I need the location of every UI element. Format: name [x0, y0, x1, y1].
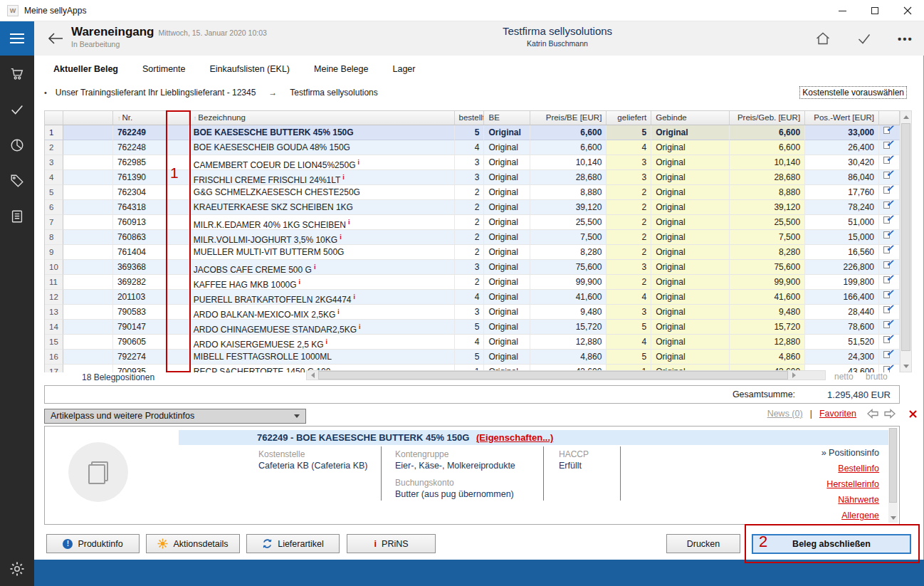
cell-name: MUELLER MULTI-VIT BUTTERM 500G: [189, 245, 455, 260]
price-tag-icon[interactable]: [9, 172, 26, 189]
brutto-toggle[interactable]: brutto: [866, 372, 888, 382]
article-info-icon[interactable]: i: [337, 308, 340, 315]
table-row[interactable]: 11369282KAFFEE HAG MKB 1000Gi2Original99…: [45, 275, 900, 290]
table-row[interactable]: 2762248BOE KAESESCHEIB GOUDA 48% 150G4Or…: [45, 140, 900, 155]
table-row[interactable]: 15790605ARDO KAISERGEMUESE 2,5 KGi4Origi…: [45, 335, 900, 350]
article-info-icon[interactable]: i: [314, 263, 316, 271]
back-button[interactable]: [43, 27, 68, 50]
table-row[interactable]: 5762304G&G SCHMELZKAESESCH CHESTE250G2Or…: [45, 185, 900, 200]
table-vertical-scrollbar[interactable]: [900, 110, 912, 372]
row-checked-icon[interactable]: ✓: [883, 350, 894, 360]
link-bestellinfo[interactable]: Bestellinfo: [821, 461, 879, 476]
produktinfo-button[interactable]: ! Produktinfo: [46, 534, 140, 553]
beleg-abschliessen-button[interactable]: Beleg abschließen: [752, 534, 911, 554]
link-herstellerinfo[interactable]: Herstellerinfo: [821, 476, 879, 492]
table-row[interactable]: 4761390FRISCHLI CREME FRISCHLI 24%1LTi3O…: [45, 170, 900, 185]
row-checked-icon[interactable]: ✓: [883, 200, 894, 210]
column-header-nr[interactable]: ↑Nr.: [113, 111, 189, 125]
tab-meine-belege[interactable]: Meine Belege: [314, 64, 368, 77]
column-header-gebinde[interactable]: Gebinde: [651, 111, 730, 125]
kostenstelle-link[interactable]: Kostenstelle vorauswählen: [799, 86, 907, 99]
row-checked-icon[interactable]: ✓: [883, 245, 894, 255]
table-row[interactable]: 3762985CAMEMBERT COEUR DE LION45%250Gi3O…: [45, 155, 900, 170]
column-header-geliefert[interactable]: geliefert: [607, 111, 651, 125]
tab-lager[interactable]: Lager: [392, 64, 415, 77]
article-info-icon[interactable]: i: [359, 323, 361, 330]
table-row[interactable]: 8760863MILR.VOLLMI-JOGHURT 3,5% 10KGi2Or…: [45, 230, 900, 245]
table-row[interactable]: 12201103PUERELL BRATKARTOFFELN 2KG4474i4…: [45, 290, 900, 305]
column-header-iconcol[interactable]: [63, 111, 113, 125]
table-row[interactable]: 7760913MILR.K.EDAMER 40% 1KG SCHEIBENi2O…: [45, 215, 900, 230]
prins-button[interactable]: i PRiNS: [347, 534, 436, 553]
article-info-icon[interactable]: i: [299, 278, 301, 286]
next-arrow-icon[interactable]: [883, 409, 896, 419]
pie-chart-icon[interactable]: [9, 137, 26, 154]
column-header-bestellt[interactable]: bestellt: [455, 111, 485, 125]
table-row[interactable]: 6764318KRAEUTERKAESE SKZ SCHEIBEN 1KG2Or…: [45, 200, 900, 215]
home-button[interactable]: [812, 27, 834, 50]
table-row[interactable]: 9761404MUELLER MULTI-VIT BUTTERM 500G2Or…: [45, 245, 900, 260]
article-info-icon[interactable]: i: [348, 219, 350, 226]
more-options-button[interactable]: •••: [894, 27, 917, 50]
gear-icon[interactable]: [9, 560, 26, 577]
column-header-name[interactable]: ↑Bezeichnung: [189, 111, 455, 125]
table-row[interactable]: 16792274MIBELL FESTTAGSROLLE 1000ML5Orig…: [45, 350, 900, 365]
table-row[interactable]: 1762249BOE KAESESCHE BUTTERK 45% 150G5Or…: [45, 125, 900, 140]
row-checked-icon[interactable]: ✓: [883, 230, 894, 240]
minimize-button[interactable]: [826, 0, 859, 21]
article-info-icon[interactable]: i: [340, 234, 342, 241]
table-row[interactable]: 14790147ARDO CHINAGEMUESE STANDAR2,5KGi5…: [45, 320, 900, 335]
catalog-icon[interactable]: [9, 208, 26, 225]
row-checked-icon[interactable]: ✓: [883, 185, 894, 195]
aktionsdetails-button[interactable]: Aktionsdetails: [146, 534, 240, 553]
row-checked-icon[interactable]: ✓: [883, 170, 894, 180]
confirm-button[interactable]: [853, 27, 876, 50]
row-checked-icon[interactable]: ✓: [883, 260, 894, 270]
tab-aktueller-beleg[interactable]: Aktueller Beleg: [53, 64, 118, 77]
productinfo-dropdown[interactable]: Artikelpass und weitere Produktinfos: [44, 409, 306, 424]
prev-arrow-icon[interactable]: [866, 409, 879, 419]
maximize-button[interactable]: [859, 0, 891, 21]
row-checked-icon[interactable]: ✓: [883, 140, 894, 150]
article-info-icon[interactable]: i: [357, 159, 359, 166]
row-checked-icon[interactable]: ✓: [883, 290, 894, 300]
news-link[interactable]: News (0): [767, 409, 803, 419]
row-checked-icon[interactable]: ✓: [883, 125, 894, 135]
panel-scrollbar[interactable]: [888, 428, 898, 523]
cart-icon[interactable]: [9, 66, 26, 83]
article-info-icon[interactable]: i: [342, 174, 345, 181]
column-header-be[interactable]: BE: [484, 111, 530, 125]
link-allergene[interactable]: Allergene: [821, 508, 879, 523]
column-header-pos_wert[interactable]: Pos.-Wert [EUR]: [805, 111, 879, 125]
row-checked-icon[interactable]: ✓: [883, 335, 894, 345]
table-row[interactable]: 10369368JACOBS CAFE CREME 500 Gi3Origina…: [45, 260, 900, 275]
hamburger-menu-button[interactable]: [0, 21, 34, 56]
cell-num: 9: [45, 245, 63, 260]
lieferartikel-button[interactable]: Lieferartikel: [246, 534, 340, 553]
column-header-num[interactable]: [45, 111, 63, 125]
row-checked-icon[interactable]: ✓: [883, 305, 894, 315]
row-checked-icon[interactable]: ✓: [883, 155, 894, 165]
column-header-check[interactable]: [879, 111, 900, 125]
row-checked-icon[interactable]: ✓: [883, 320, 894, 330]
tab-sortimente[interactable]: Sortimente: [142, 64, 185, 77]
article-info-icon[interactable]: i: [354, 293, 356, 300]
column-header-preis_geb[interactable]: Preis/Geb. [EUR]: [730, 111, 805, 125]
close-panel-icon[interactable]: [909, 410, 917, 418]
favorites-link[interactable]: Favoriten: [819, 409, 856, 419]
link-positionsinfo[interactable]: » Positionsinfo: [821, 445, 879, 461]
table-horizontal-scrollbar[interactable]: [306, 370, 826, 380]
netto-toggle[interactable]: netto: [834, 372, 854, 382]
row-checked-icon[interactable]: ✓: [883, 275, 894, 285]
table-row[interactable]: 13790583ARDO BALKAN-MEXICO-MIX 2,5KGi3Or…: [45, 305, 900, 320]
tab-einkaufslisten[interactable]: Einkaufslisten (EKL): [209, 64, 290, 77]
checkmark-icon[interactable]: [9, 101, 26, 118]
column-header-preis_be[interactable]: Preis/BE [EUR]: [530, 111, 607, 125]
properties-link[interactable]: (Eigenschaften...): [476, 432, 553, 443]
article-info-icon[interactable]: i: [326, 338, 328, 345]
close-button[interactable]: [891, 0, 924, 21]
row-checked-icon[interactable]: ✓: [883, 215, 894, 225]
cell-nr: 762985: [113, 155, 189, 170]
link-naehrwerte[interactable]: Nährwerte: [821, 492, 879, 508]
drucken-button[interactable]: Drucken: [666, 534, 740, 553]
